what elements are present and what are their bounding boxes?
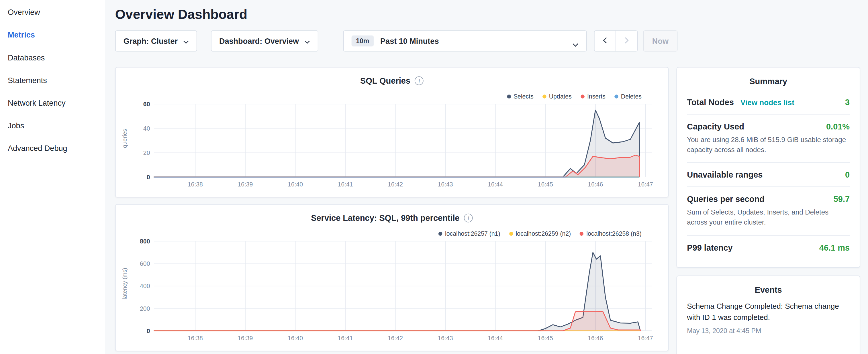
- time-forward-button[interactable]: [616, 30, 638, 51]
- chart-title: SQL Queries: [360, 76, 410, 85]
- svg-text:16:44: 16:44: [488, 181, 503, 188]
- chevron-right-icon: [624, 36, 629, 46]
- summary-row-capacity-used: Capacity Used 0.01% You are using 28.6 M…: [687, 115, 850, 163]
- sidebar-item-network-latency[interactable]: Network Latency: [0, 92, 105, 115]
- chart-title: Service Latency: SQL, 99th percentile: [311, 213, 460, 223]
- svg-text:16:45: 16:45: [538, 181, 553, 188]
- sidebar-item-jobs[interactable]: Jobs: [0, 115, 105, 137]
- svg-text:20: 20: [143, 150, 150, 156]
- charts-column: SQL Queries i SelectsUpdatesInsertsDelet…: [115, 67, 669, 354]
- svg-text:0: 0: [147, 328, 150, 334]
- sidebar-item-advanced-debug[interactable]: Advanced Debug: [0, 137, 105, 160]
- y-axis-label: latency (ms): [121, 268, 128, 299]
- svg-text:16:47: 16:47: [638, 181, 653, 188]
- svg-text:16:39: 16:39: [238, 181, 253, 188]
- legend-item: Selects: [507, 93, 534, 100]
- sidebar: Overview Metrics Databases Statements Ne…: [0, 0, 105, 354]
- svg-text:800: 800: [140, 238, 150, 245]
- legend-dot: [542, 94, 546, 98]
- svg-text:16:45: 16:45: [538, 335, 553, 342]
- svg-text:16:39: 16:39: [238, 335, 253, 342]
- event-time: May 13, 2020 at 4:45 PM: [687, 327, 850, 335]
- summary-row-total-nodes: Total Nodes View nodes list 3: [687, 90, 850, 115]
- legend-item: Inserts: [581, 93, 606, 100]
- svg-text:60: 60: [143, 101, 150, 108]
- sidebar-item-overview[interactable]: Overview: [0, 1, 105, 24]
- time-back-button[interactable]: [594, 30, 616, 51]
- summary-label: P99 latency: [687, 243, 733, 252]
- legend-dot: [509, 231, 513, 235]
- legend-item: Updates: [542, 93, 571, 100]
- summary-row-queries-per-second: Queries per second 59.7 Sum of Selects, …: [687, 187, 850, 235]
- chevron-down-icon: [572, 40, 578, 49]
- sidebar-item-databases[interactable]: Databases: [0, 46, 105, 69]
- info-icon[interactable]: i: [415, 76, 424, 85]
- sidebar-item-statements[interactable]: Statements: [0, 69, 105, 92]
- chevron-down-icon: [304, 36, 310, 45]
- view-nodes-list-link[interactable]: View nodes list: [741, 99, 794, 107]
- summary-value: 3: [845, 97, 850, 107]
- svg-text:16:46: 16:46: [588, 181, 603, 188]
- legend-dot: [507, 94, 511, 98]
- chevron-left-icon: [603, 36, 607, 46]
- events-panel: Events Schema Change Completed: Schema c…: [677, 275, 860, 354]
- time-range-dropdown[interactable]: 10m Past 10 Minutes: [343, 30, 587, 51]
- svg-text:16:47: 16:47: [638, 335, 653, 342]
- time-range-chip: 10m: [351, 35, 374, 47]
- svg-text:600: 600: [140, 260, 150, 267]
- dashboard-dropdown[interactable]: Dashboard: Overview: [211, 30, 318, 51]
- graph-dropdown[interactable]: Graph: Cluster: [115, 30, 197, 51]
- event-item[interactable]: Schema Change Completed: Schema change w…: [687, 298, 850, 341]
- summary-label: Capacity Used: [687, 122, 744, 131]
- svg-text:16:43: 16:43: [438, 335, 453, 342]
- summary-subtext: You are using 28.6 MiB of 515.9 GiB usab…: [687, 135, 850, 155]
- svg-text:400: 400: [140, 283, 150, 290]
- time-range-label: Past 10 Minutes: [380, 36, 439, 45]
- y-axis-label: queries: [121, 129, 128, 148]
- chevron-down-icon: [183, 36, 189, 45]
- sql-queries-chart: 16:3816:3916:4016:4116:4216:4316:4416:45…: [128, 99, 665, 192]
- svg-text:16:41: 16:41: [338, 335, 353, 342]
- svg-text:16:41: 16:41: [338, 181, 353, 188]
- legend-dot: [581, 94, 585, 98]
- legend-item: localhost:26259 (n2): [509, 230, 571, 237]
- now-button[interactable]: Now: [643, 30, 678, 51]
- graph-dropdown-label: Graph: Cluster: [124, 36, 178, 45]
- summary-value: 0: [845, 170, 850, 180]
- svg-text:16:40: 16:40: [288, 335, 303, 342]
- summary-title: Summary: [687, 68, 850, 90]
- info-icon[interactable]: i: [464, 213, 473, 222]
- svg-text:16:43: 16:43: [438, 181, 453, 188]
- svg-text:16:42: 16:42: [388, 181, 403, 188]
- time-pager: [594, 30, 638, 51]
- legend-item: localhost:26257 (n1): [438, 230, 500, 237]
- summary-value: 59.7: [834, 194, 850, 204]
- summary-label: Unavailable ranges: [687, 170, 763, 180]
- svg-text:200: 200: [140, 305, 150, 312]
- legend-dot: [614, 94, 618, 98]
- svg-text:16:42: 16:42: [388, 335, 403, 342]
- summary-value: 46.1 ms: [819, 243, 850, 252]
- summary-label: Queries per second: [687, 194, 765, 204]
- summary-row-p99-latency: P99 latency 46.1 ms: [687, 235, 850, 259]
- svg-text:16:44: 16:44: [488, 335, 503, 342]
- sidebar-item-metrics[interactable]: Metrics: [0, 24, 105, 46]
- dashboard-dropdown-label: Dashboard: Overview: [219, 36, 299, 45]
- service-latency-chart: 16:3816:3916:4016:4116:4216:4316:4416:45…: [128, 236, 665, 346]
- main-content: Overview Dashboard Graph: Cluster Dashbo…: [105, 7, 868, 354]
- legend-item: Deletes: [614, 93, 642, 100]
- toolbar: Graph: Cluster Dashboard: Overview 10m P…: [115, 30, 860, 51]
- summary-panel: Summary Total Nodes View nodes list 3 Ca…: [677, 67, 860, 267]
- content-row: SQL Queries i SelectsUpdatesInsertsDelet…: [115, 67, 860, 354]
- summary-label: Total Nodes: [687, 97, 734, 107]
- right-column: Summary Total Nodes View nodes list 3 Ca…: [677, 67, 860, 354]
- summary-row-unavailable-ranges: Unavailable ranges 0: [687, 163, 850, 187]
- event-text: Schema Change Completed: Schema change w…: [687, 301, 850, 324]
- legend-item: localhost:26258 (n3): [580, 230, 642, 237]
- chart-legend: localhost:26257 (n1)localhost:26259 (n2)…: [438, 230, 642, 237]
- svg-text:16:38: 16:38: [188, 335, 203, 342]
- app-root: Overview Metrics Databases Statements Ne…: [0, 0, 868, 354]
- legend-dot: [580, 231, 584, 235]
- chart-card-service-latency: Service Latency: SQL, 99th percentile i …: [115, 204, 669, 351]
- svg-text:40: 40: [143, 125, 150, 132]
